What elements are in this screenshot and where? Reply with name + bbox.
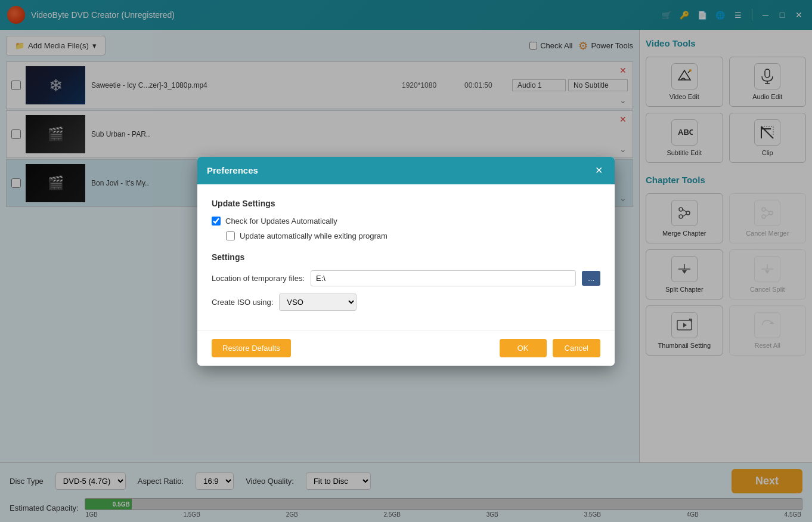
auto-update-row: Update automatically while exiting progr… <box>212 231 600 240</box>
settings-section: Settings Location of temporary files: ..… <box>212 252 600 311</box>
create-iso-label: Create ISO using: <box>212 298 273 307</box>
modal-body: Update Settings Check for Updates Automa… <box>197 184 615 330</box>
location-row: Location of temporary files: ... <box>212 270 600 286</box>
check-updates-label: Check for Updates Automatically <box>225 217 337 226</box>
modal-overlay[interactable]: Preferences ✕ Update Settings Check for … <box>0 0 812 522</box>
modal-action-buttons: OK Cancel <box>500 339 600 357</box>
modal-header: Preferences ✕ <box>197 157 615 184</box>
check-updates-row: Check for Updates Automatically <box>212 217 600 226</box>
update-settings-label: Update Settings <box>212 199 600 208</box>
location-label: Location of temporary files: <box>212 274 305 283</box>
iso-row: Create ISO using: VSO ImgBurn <box>212 294 600 311</box>
cancel-button[interactable]: Cancel <box>553 339 600 357</box>
check-updates-checkbox[interactable] <box>212 217 221 226</box>
location-input[interactable] <box>311 270 576 286</box>
settings-label: Settings <box>212 252 600 262</box>
modal-close-button[interactable]: ✕ <box>592 164 605 177</box>
restore-defaults-button[interactable]: Restore Defaults <box>212 339 291 357</box>
iso-select[interactable]: VSO ImgBurn <box>279 294 357 311</box>
auto-update-checkbox[interactable] <box>226 231 235 240</box>
preferences-dialog: Preferences ✕ Update Settings Check for … <box>197 157 615 366</box>
browse-button[interactable]: ... <box>582 271 600 286</box>
modal-footer: Restore Defaults OK Cancel <box>197 330 615 366</box>
auto-update-label: Update automatically while exiting progr… <box>240 231 388 240</box>
modal-title: Preferences <box>207 165 258 175</box>
ok-button[interactable]: OK <box>500 339 547 357</box>
